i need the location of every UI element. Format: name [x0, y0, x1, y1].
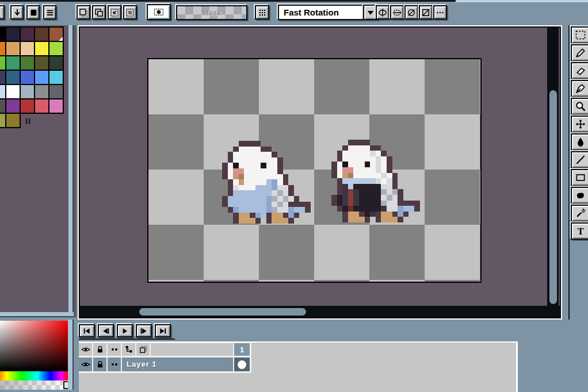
saturation-value-picker[interactable] [0, 321, 68, 370]
hue-slider[interactable] [0, 371, 68, 381]
step-forward-button[interactable] [136, 324, 152, 337]
text-tool[interactable]: T [571, 222, 588, 240]
blob-icon [575, 190, 586, 201]
grid-toggle-button[interactable] [255, 5, 269, 20]
flip-vertical-button[interactable] [376, 5, 390, 20]
palette-swatch[interactable] [20, 84, 35, 99]
pencil-tool[interactable] [571, 44, 588, 62]
line-tool[interactable] [571, 151, 588, 168]
palette-swatch[interactable] [5, 98, 21, 114]
canvas-area [79, 26, 561, 318]
palette-swatch[interactable] [34, 26, 49, 42]
visibility-column-button[interactable] [79, 343, 92, 356]
palette-swatch[interactable] [48, 55, 64, 71]
dropdown-arrow-icon [365, 7, 376, 18]
palette-swatch[interactable] [48, 98, 64, 114]
arrow-down-icon [12, 7, 22, 18]
palette-swatch[interactable] [5, 70, 21, 85]
palette-swatch[interactable] [20, 41, 35, 56]
lock-column-button[interactable] [93, 343, 106, 356]
move-tool[interactable] [571, 116, 588, 133]
new-image-button[interactable] [26, 5, 40, 20]
palette-swatch[interactable] [5, 113, 21, 128]
palette-swatch[interactable] [5, 84, 21, 99]
layer-name[interactable]: Layer 1 [122, 358, 233, 371]
select-paste-button[interactable] [108, 5, 121, 20]
mask-label: Mask [203, 9, 222, 17]
layer-visibility-toggle[interactable] [79, 358, 92, 371]
layer-onion-toggle[interactable] [108, 358, 121, 371]
airbrush-icon [575, 207, 586, 219]
palette-swatch[interactable] [48, 70, 64, 85]
horizontal-scrollbar[interactable] [80, 306, 560, 317]
frame-number: 1 [240, 345, 244, 354]
palette-swatch[interactable] [48, 84, 64, 99]
clipped-button[interactable] [0, 5, 5, 20]
palette-swatch[interactable] [20, 26, 35, 42]
eye-icon [81, 360, 90, 369]
lock-icon [96, 345, 105, 354]
palette-swatch[interactable] [5, 41, 21, 56]
palette-swatch[interactable] [34, 41, 49, 56]
rectangle-tool[interactable] [571, 169, 588, 186]
skip-first-button[interactable] [79, 324, 95, 337]
skip-last-icon [158, 326, 167, 336]
rotation-mode-value: Fast Rotation [284, 7, 339, 17]
link-layers-button[interactable] [122, 343, 135, 356]
airbrush-tool[interactable] [571, 205, 588, 222]
palette-swatch[interactable] [48, 26, 64, 42]
rotate-cw-button[interactable] [419, 5, 433, 20]
eraser-tool[interactable] [571, 62, 588, 79]
palette-swatch[interactable] [34, 55, 49, 71]
select-new-button[interactable] [77, 5, 90, 20]
tools-toolbar: T [567, 25, 588, 392]
horizontal-scrollbar-thumb[interactable] [139, 308, 306, 316]
frame-number-badge[interactable]: 1 [234, 343, 250, 356]
rotate-ccw-button[interactable] [404, 5, 418, 20]
fill-tool[interactable] [571, 133, 588, 151]
palette-swatch[interactable] [34, 84, 49, 99]
skip-last-button[interactable] [155, 324, 171, 337]
duplicate-layer-button[interactable] [136, 343, 150, 356]
step-back-button[interactable] [98, 324, 114, 337]
selected-swatch-marker [59, 37, 63, 41]
pen-tool[interactable] [571, 80, 588, 97]
mask-opacity-slider[interactable]: Mask [176, 5, 247, 20]
new-image-icon [28, 7, 39, 18]
palette-swatch[interactable] [20, 98, 35, 114]
step-back-icon [101, 326, 110, 336]
panel-border [68, 320, 72, 390]
select-move-button[interactable] [92, 5, 106, 20]
onion-skin-column-button[interactable] [108, 343, 121, 356]
palette-swatch[interactable] [34, 70, 49, 85]
select-paste-icon [109, 7, 120, 18]
flip-horizontal-icon [392, 7, 402, 18]
move-icon [575, 118, 586, 130]
palette-swatch[interactable] [20, 55, 35, 71]
palette-swatch[interactable] [5, 55, 21, 71]
layer-thumbnail[interactable] [234, 358, 250, 371]
play-button[interactable] [117, 324, 133, 337]
select-tile-button[interactable] [123, 5, 137, 20]
menu-button[interactable] [43, 5, 56, 20]
vertical-scrollbar[interactable] [547, 28, 559, 306]
link-tree-icon [124, 345, 133, 354]
palette-swatch[interactable] [20, 70, 35, 85]
palette-swatch[interactable] [48, 41, 64, 56]
vertical-scrollbar-thumb[interactable] [549, 90, 557, 304]
render-selection-button[interactable] [147, 4, 171, 20]
zoom-tool[interactable] [571, 98, 588, 115]
palette-swatch[interactable] [5, 26, 21, 42]
import-button[interactable] [10, 5, 24, 20]
alpha-slider[interactable] [0, 381, 68, 390]
duplicate-icon [139, 345, 148, 354]
selection-tool[interactable] [571, 26, 588, 44]
flip-horizontal-button[interactable] [390, 5, 404, 20]
brush-tool[interactable] [571, 187, 588, 204]
more-options-button[interactable] [433, 5, 447, 20]
palette-swatch[interactable] [34, 98, 49, 114]
playback-divider [79, 339, 175, 340]
layer-lock-toggle[interactable] [93, 358, 106, 371]
image-canvas[interactable] [147, 58, 482, 283]
rotation-mode-select[interactable]: Fast Rotation [278, 5, 363, 20]
